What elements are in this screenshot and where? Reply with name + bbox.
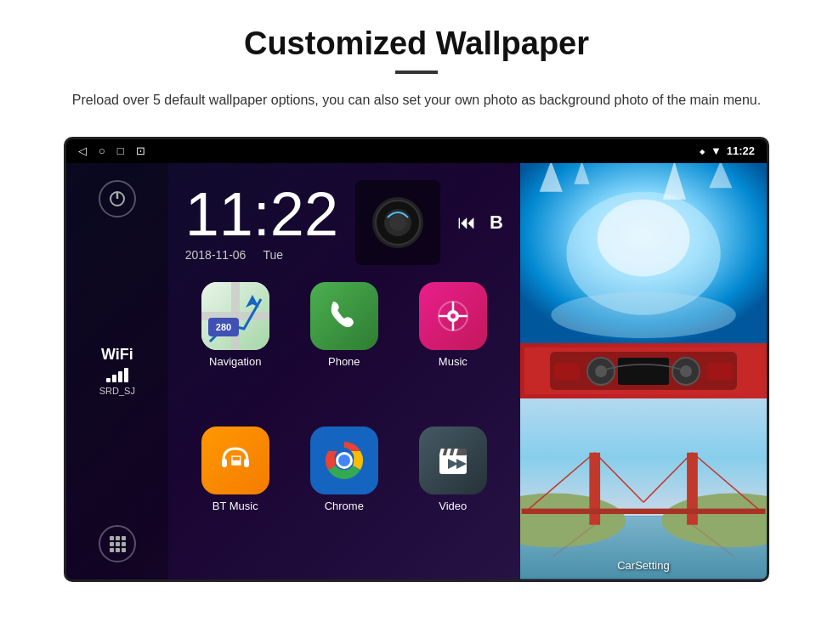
- clock-date: 2018-11-06 Tue: [185, 248, 338, 262]
- app-btmusic[interactable]: ⬓ BT Music: [185, 427, 286, 562]
- svg-rect-8: [110, 548, 114, 552]
- svg-rect-10: [122, 548, 126, 552]
- svg-rect-52: [554, 363, 580, 380]
- chrome-label: Chrome: [325, 500, 364, 512]
- media-icon: [372, 197, 423, 248]
- clock-section: 11:22 2018-11-06 Tue: [168, 163, 520, 274]
- svg-rect-7: [122, 542, 126, 546]
- wifi-info: WiFi SRD_SJ: [99, 346, 135, 396]
- clock-time: 11:22: [185, 184, 338, 245]
- svg-rect-24: [222, 459, 227, 467]
- video-icon: [419, 427, 487, 494]
- svg-rect-17: [231, 282, 240, 350]
- svg-rect-53: [707, 363, 733, 380]
- music-icon: [419, 282, 487, 350]
- app-phone[interactable]: Phone: [294, 282, 394, 418]
- clock-display: 11:22 2018-11-06 Tue: [185, 184, 338, 262]
- location-icon: ⬥: [699, 144, 706, 157]
- nav-home-icon[interactable]: ○: [99, 144, 105, 157]
- svg-rect-4: [122, 536, 126, 540]
- svg-point-13: [393, 217, 403, 228]
- wifi-bars: [99, 367, 135, 382]
- navigation-icon: 280: [201, 282, 269, 350]
- signal-icons: ⏮ B: [457, 212, 503, 234]
- svg-text:⬓: ⬓: [230, 453, 241, 466]
- music-label: Music: [439, 355, 468, 368]
- status-indicators: ⬥ ▼ 11:22: [699, 144, 755, 157]
- svg-point-11: [376, 201, 420, 245]
- nav-buttons: ◁ ○ □ ⊡: [78, 144, 145, 157]
- chrome-icon: [310, 427, 378, 494]
- app-music[interactable]: Music: [403, 282, 503, 418]
- svg-text:280: 280: [216, 322, 231, 332]
- svg-rect-5: [110, 542, 114, 546]
- app-navigation[interactable]: 280 Navigation: [185, 282, 286, 418]
- power-button[interactable]: [99, 180, 136, 217]
- svg-point-44: [551, 291, 736, 337]
- screen-content: WiFi SRD_SJ: [66, 163, 767, 579]
- page-description: Preload over 5 default wallpaper options…: [51, 89, 782, 111]
- svg-rect-25: [244, 459, 249, 467]
- title-divider: [395, 71, 438, 74]
- wallpaper-bridge[interactable]: CarSetting: [520, 398, 767, 579]
- svg-rect-3: [116, 536, 120, 540]
- svg-rect-6: [116, 542, 120, 546]
- clock-day-value: Tue: [263, 248, 283, 262]
- phone-label: Phone: [328, 355, 360, 368]
- svg-point-29: [338, 455, 350, 466]
- app-chrome[interactable]: Chrome: [294, 427, 394, 562]
- svg-point-39: [598, 199, 690, 276]
- page-wrapper: Customized Wallpaper Preload over 5 defa…: [0, 0, 833, 599]
- video-label: Video: [439, 500, 467, 512]
- media-widget: [355, 180, 440, 265]
- wifi-signal-icon: ▼: [711, 144, 722, 157]
- wifi-label: WiFi: [99, 346, 135, 364]
- app-video[interactable]: Video: [403, 427, 503, 562]
- phone-icon: [310, 282, 378, 350]
- svg-rect-2: [110, 536, 114, 540]
- prev-track-icon[interactable]: ⏮: [457, 212, 476, 234]
- app-grid: 280 Navigation: [168, 274, 520, 579]
- btmusic-icon: ⬓: [201, 427, 269, 494]
- btmusic-label: BT Music: [212, 500, 258, 512]
- status-bar: ◁ ○ □ ⊡ ⬥ ▼ 11:22: [66, 139, 767, 163]
- page-title: Customized Wallpaper: [51, 25, 782, 62]
- device-frame: ◁ ○ □ ⊡ ⬥ ▼ 11:22: [64, 137, 769, 582]
- svg-rect-64: [521, 509, 765, 514]
- svg-point-14: [396, 223, 400, 226]
- nav-recent-icon[interactable]: □: [117, 144, 124, 157]
- all-apps-button[interactable]: [99, 525, 136, 562]
- nav-back-icon[interactable]: ◁: [78, 144, 87, 157]
- center-area: 11:22 2018-11-06 Tue: [168, 163, 520, 579]
- svg-rect-9: [116, 548, 120, 552]
- nav-screenshot-icon[interactable]: ⊡: [136, 144, 145, 157]
- left-sidebar: WiFi SRD_SJ: [66, 163, 168, 579]
- wallpaper-ice-cave[interactable]: [520, 163, 767, 344]
- car-setting-overlay: CarSetting: [520, 557, 767, 573]
- right-images: CarSetting: [520, 163, 767, 579]
- letter-b-icon: B: [490, 212, 503, 234]
- status-time: 11:22: [727, 144, 755, 157]
- wifi-ssid: SRD_SJ: [99, 386, 135, 396]
- svg-rect-51: [618, 358, 669, 385]
- car-setting-label: CarSetting: [617, 559, 669, 572]
- navigation-label: Navigation: [209, 355, 261, 368]
- wallpaper-cassette[interactable]: [520, 343, 767, 398]
- clock-date-value: 2018-11-06: [185, 248, 246, 262]
- svg-point-23: [450, 314, 456, 319]
